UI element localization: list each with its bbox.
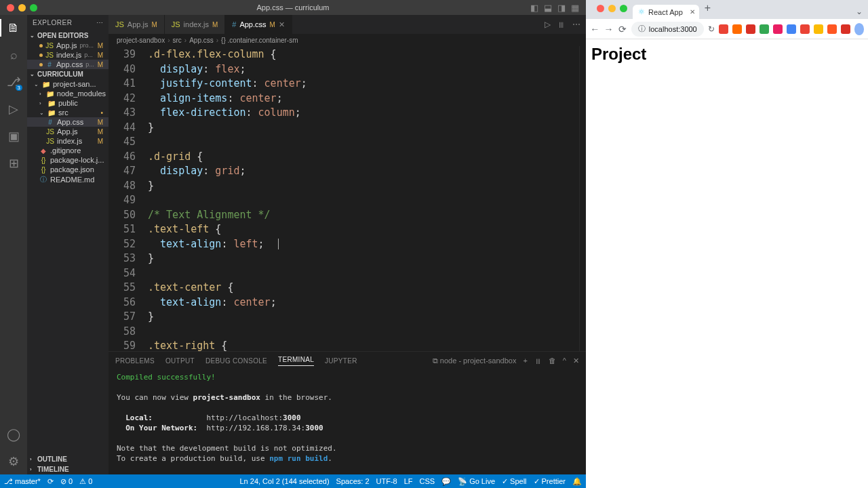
back-button[interactable]: ← bbox=[590, 24, 599, 35]
panel-tab[interactable]: PROBLEMS bbox=[115, 357, 155, 365]
browser-tab-strip: ⚛ React App ✕ + ⌄ bbox=[586, 0, 868, 19]
more-icon[interactable]: ⋯ bbox=[96, 19, 104, 26]
code-content[interactable]: .d-flex.flex-column { display: flex; jus… bbox=[148, 46, 579, 351]
file-readme[interactable]: ⓘREADME.md bbox=[27, 174, 108, 185]
address-bar[interactable]: ⓘ localhost:3000 bbox=[631, 22, 704, 37]
editor-tab[interactable]: JSApp.jsM bbox=[108, 15, 165, 34]
extension-icon[interactable] bbox=[814, 24, 823, 34]
folder-root[interactable]: ⌄📁project-san... bbox=[27, 79, 108, 89]
file-package-json[interactable]: {}package.json bbox=[27, 165, 108, 174]
feedback-icon[interactable]: 💬 bbox=[441, 477, 451, 486]
split-editor-icon[interactable]: ⫼ bbox=[557, 20, 566, 29]
run-icon[interactable]: ▷ bbox=[545, 20, 551, 29]
panel-tab[interactable]: DEBUG CONSOLE bbox=[205, 357, 267, 365]
extension-icon[interactable] bbox=[719, 24, 728, 34]
status-bar: ⎇ master* ⟳ ⊘ 0 ⚠ 0 Ln 24, Col 2 (144 se… bbox=[0, 474, 586, 488]
file-item[interactable]: JSApp.jsM bbox=[27, 127, 108, 136]
editor-tab[interactable]: #App.cssM✕ bbox=[225, 15, 292, 34]
editor-column: JSApp.jsMJSindex.jsM#App.cssM✕▷⫼⋯ projec… bbox=[108, 15, 586, 474]
project-section[interactable]: ⌄CURRICULUM bbox=[27, 69, 108, 79]
folder-public[interactable]: ›📁public bbox=[27, 98, 108, 108]
tab-dropdown-icon[interactable]: ⌄ bbox=[850, 4, 868, 19]
titlebar: App.css — curriculum ◧ ⬓ ◨ ▦ bbox=[0, 0, 586, 15]
browser-close-button[interactable] bbox=[597, 5, 604, 12]
site-info-icon[interactable]: ⓘ bbox=[638, 24, 646, 34]
spell-check[interactable]: ✓ Spell bbox=[502, 477, 526, 486]
errors-indicator[interactable]: ⊘ 0 bbox=[60, 477, 73, 486]
warnings-indicator[interactable]: ⚠ 0 bbox=[79, 477, 92, 486]
language-mode[interactable]: CSS bbox=[420, 477, 435, 485]
activity-bar: 🗎 ⌕ ⎇3 ▷ ▣ ⊞ ◯ ⚙ bbox=[0, 15, 27, 474]
more-icon[interactable]: ⋯ bbox=[572, 20, 580, 29]
extensions-icon[interactable]: ▣ bbox=[6, 129, 21, 144]
kill-terminal-icon[interactable]: 🗑 bbox=[549, 357, 556, 365]
extension-icon[interactable] bbox=[787, 24, 796, 34]
share-icon[interactable]: ↻ bbox=[708, 24, 715, 34]
indentation[interactable]: Spaces: 2 bbox=[336, 477, 370, 485]
account-icon[interactable]: ◯ bbox=[6, 427, 21, 442]
open-editor-item[interactable]: JSApp.jspro...M bbox=[27, 41, 108, 50]
minimap[interactable] bbox=[579, 46, 586, 351]
forward-button[interactable]: → bbox=[604, 24, 613, 35]
extension-icon[interactable] bbox=[827, 24, 837, 34]
file-gitignore[interactable]: ◆.gitignore bbox=[27, 146, 108, 155]
extension-icon[interactable] bbox=[800, 24, 810, 34]
panel-tab[interactable]: JUPYTER bbox=[325, 357, 357, 365]
encoding[interactable]: UTF-8 bbox=[376, 477, 397, 485]
prettier-status[interactable]: ✓ Prettier bbox=[534, 477, 566, 486]
file-package-lock[interactable]: {}package-lock.j... bbox=[27, 155, 108, 165]
terminal-shell-selector[interactable]: ⧉ node - project-sandbox bbox=[433, 357, 517, 365]
editor-tab[interactable]: JSindex.jsM bbox=[165, 15, 225, 34]
terminal[interactable]: Compiled successfully! You can now view … bbox=[108, 369, 586, 474]
breadcrumb[interactable]: project-sandbox›src›App.css›{} .containe… bbox=[108, 34, 586, 46]
go-live-button[interactable]: 📡 Go Live bbox=[458, 477, 495, 486]
url-text: localhost:3000 bbox=[649, 25, 697, 33]
window-title: App.css — curriculum bbox=[0, 3, 586, 12]
vscode-window: App.css — curriculum ◧ ⬓ ◨ ▦ 🗎 ⌕ ⎇3 ▷ ▣ … bbox=[0, 0, 586, 488]
split-terminal-icon[interactable]: ⫼ bbox=[534, 357, 542, 365]
close-panel-icon[interactable]: ✕ bbox=[573, 357, 579, 365]
file-item[interactable]: JSindex.jsM bbox=[27, 136, 108, 146]
browser-viewport: Project bbox=[586, 39, 868, 488]
remote-icon[interactable]: ⊞ bbox=[6, 156, 21, 171]
extension-icon[interactable] bbox=[732, 24, 742, 34]
extension-icon[interactable] bbox=[841, 24, 850, 34]
debug-icon[interactable]: ▷ bbox=[6, 102, 21, 117]
explorer-icon[interactable]: 🗎 bbox=[6, 20, 21, 35]
code-editor[interactable]: 3940414243444546474849505152535455565758… bbox=[108, 46, 586, 351]
new-terminal-icon[interactable]: + bbox=[523, 357, 527, 365]
timeline-section[interactable]: ›TIMELINE bbox=[27, 464, 108, 474]
folder-src[interactable]: ⌄📁src• bbox=[27, 108, 108, 117]
close-tab-icon[interactable]: ✕ bbox=[690, 8, 695, 16]
open-editor-item[interactable]: #App.cssp...M bbox=[27, 60, 108, 69]
close-tab-icon[interactable]: ✕ bbox=[279, 20, 285, 29]
branch-indicator[interactable]: ⎇ master* bbox=[4, 477, 41, 486]
reload-button[interactable]: ⟳ bbox=[618, 24, 627, 35]
sidebar-title: EXPLORER⋯ bbox=[27, 15, 108, 30]
notifications-icon[interactable]: 🔔 bbox=[572, 477, 582, 486]
react-favicon-icon: ⚛ bbox=[638, 7, 645, 16]
sync-button[interactable]: ⟳ bbox=[47, 477, 54, 486]
file-item[interactable]: #App.cssM bbox=[27, 117, 108, 127]
eol[interactable]: LF bbox=[404, 477, 413, 485]
extension-icon[interactable] bbox=[760, 24, 769, 34]
extension-icon[interactable] bbox=[746, 24, 755, 34]
folder-node-modules[interactable]: ›📁node_modules bbox=[27, 89, 108, 98]
browser-tab[interactable]: ⚛ React App ✕ bbox=[633, 5, 699, 19]
open-editor-item[interactable]: JSindex.jsp...M bbox=[27, 50, 108, 60]
browser-maximize-button[interactable] bbox=[620, 5, 627, 12]
new-tab-button[interactable]: + bbox=[699, 2, 716, 17]
search-icon[interactable]: ⌕ bbox=[6, 47, 21, 62]
maximize-panel-icon[interactable]: ^ bbox=[563, 357, 566, 365]
source-control-icon[interactable]: ⎇3 bbox=[6, 75, 21, 89]
extension-icon[interactable] bbox=[773, 24, 783, 34]
settings-gear-icon[interactable]: ⚙ bbox=[6, 454, 21, 469]
panel-tab[interactable]: TERMINAL bbox=[278, 356, 314, 366]
browser-minimize-button[interactable] bbox=[608, 5, 616, 12]
profile-avatar[interactable] bbox=[854, 23, 864, 35]
cursor-position[interactable]: Ln 24, Col 2 (144 selected) bbox=[239, 477, 329, 485]
panel-tab[interactable]: OUTPUT bbox=[165, 357, 195, 365]
open-editors-section[interactable]: ⌄OPEN EDITORS bbox=[27, 30, 108, 41]
outline-section[interactable]: ›OUTLINE bbox=[27, 454, 108, 464]
extensions-row: ↻ bbox=[708, 24, 850, 34]
